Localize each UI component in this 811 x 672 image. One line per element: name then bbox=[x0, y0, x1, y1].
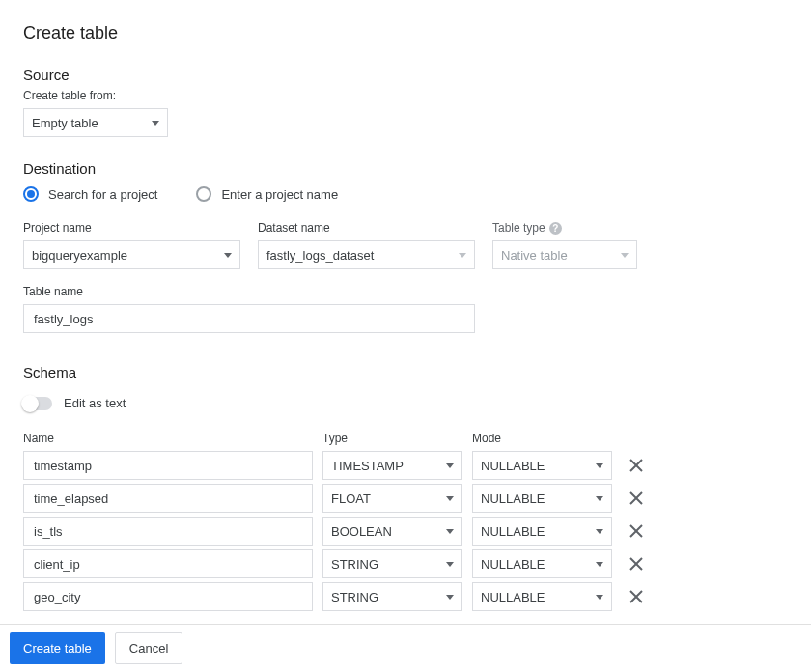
page-title: Create table bbox=[23, 23, 811, 43]
dataset-name-label: Dataset name bbox=[258, 221, 475, 235]
create-table-button[interactable]: Create table bbox=[10, 632, 105, 664]
schema-mode-dropdown[interactable]: NULLABLE bbox=[472, 582, 612, 611]
chevron-down-icon bbox=[446, 595, 454, 600]
schema-mode-value: NULLABLE bbox=[481, 557, 545, 572]
radio-selected-icon bbox=[23, 186, 39, 202]
schema-type-value: BOOLEAN bbox=[331, 524, 392, 539]
create-from-dropdown[interactable]: Empty table bbox=[23, 108, 168, 137]
table-type-label: Table type ? bbox=[492, 221, 637, 235]
radio-enter-project[interactable]: Enter a project name bbox=[196, 186, 338, 202]
schema-name-input-wrap bbox=[23, 582, 313, 611]
destination-heading: Destination bbox=[23, 160, 811, 177]
schema-name-input-wrap bbox=[23, 484, 313, 513]
chevron-down-icon bbox=[224, 253, 232, 258]
schema-type-dropdown[interactable]: STRING bbox=[322, 549, 462, 578]
schema-type-dropdown[interactable]: TIMESTAMP bbox=[322, 451, 462, 480]
chevron-down-icon bbox=[621, 253, 629, 258]
chevron-down-icon bbox=[596, 562, 603, 567]
edit-as-text-toggle[interactable] bbox=[23, 397, 52, 410]
schema-type-dropdown[interactable]: STRING bbox=[322, 582, 462, 611]
delete-row-button[interactable] bbox=[622, 588, 651, 605]
chevron-down-icon bbox=[446, 463, 454, 468]
delete-row-button[interactable] bbox=[622, 457, 651, 474]
schema-mode-dropdown[interactable]: NULLABLE bbox=[472, 451, 612, 480]
table-name-label: Table name bbox=[23, 285, 475, 298]
source-heading: Source bbox=[23, 67, 811, 83]
toggle-knob-icon bbox=[21, 395, 39, 412]
radio-search-project[interactable]: Search for a project bbox=[23, 186, 157, 202]
chevron-down-icon bbox=[446, 529, 454, 534]
edit-as-text-label: Edit as text bbox=[64, 396, 126, 410]
chevron-down-icon bbox=[459, 253, 466, 258]
schema-row: BOOLEANNULLABLE bbox=[23, 517, 811, 546]
schema-type-value: STRING bbox=[331, 557, 378, 572]
schema-mode-value: NULLABLE bbox=[481, 459, 545, 473]
close-icon bbox=[628, 555, 645, 573]
close-icon bbox=[628, 588, 645, 605]
radio-enter-label: Enter a project name bbox=[221, 187, 338, 202]
project-name-dropdown[interactable]: bigqueryexample bbox=[23, 240, 240, 269]
radio-unselected-icon bbox=[196, 186, 211, 202]
schema-name-input-wrap bbox=[23, 451, 313, 480]
close-icon bbox=[628, 522, 645, 540]
table-name-input[interactable] bbox=[32, 311, 466, 327]
schema-name-input-wrap bbox=[23, 517, 313, 546]
schema-type-dropdown[interactable]: FLOAT bbox=[322, 484, 462, 513]
close-icon bbox=[628, 457, 645, 474]
chevron-down-icon bbox=[596, 595, 603, 600]
project-name-label: Project name bbox=[23, 221, 240, 235]
schema-row: STRINGNULLABLE bbox=[23, 582, 811, 611]
chevron-down-icon bbox=[446, 562, 454, 567]
dataset-name-dropdown[interactable]: fastly_logs_dataset bbox=[258, 240, 475, 269]
schema-col-mode: Mode bbox=[472, 432, 612, 445]
delete-row-button[interactable] bbox=[622, 555, 651, 573]
schema-name-input[interactable] bbox=[32, 556, 304, 573]
chevron-down-icon bbox=[596, 496, 603, 501]
schema-row: TIMESTAMPNULLABLE bbox=[23, 451, 811, 480]
schema-type-value: FLOAT bbox=[331, 491, 371, 506]
delete-row-button[interactable] bbox=[622, 522, 651, 540]
chevron-down-icon bbox=[152, 121, 159, 126]
schema-heading: Schema bbox=[23, 364, 811, 380]
table-type-value: Native table bbox=[501, 248, 568, 263]
schema-type-value: STRING bbox=[331, 590, 378, 604]
chevron-down-icon bbox=[596, 463, 603, 468]
chevron-down-icon bbox=[596, 529, 603, 534]
schema-mode-dropdown[interactable]: NULLABLE bbox=[472, 517, 612, 546]
schema-mode-value: NULLABLE bbox=[481, 491, 545, 506]
table-type-label-text: Table type bbox=[492, 221, 545, 235]
cancel-button[interactable]: Cancel bbox=[115, 632, 182, 664]
schema-col-name: Name bbox=[23, 432, 313, 445]
schema-name-input-wrap bbox=[23, 549, 313, 578]
schema-name-input[interactable] bbox=[32, 589, 304, 605]
chevron-down-icon bbox=[446, 496, 454, 501]
schema-row: STRINGNULLABLE bbox=[23, 549, 811, 578]
help-icon[interactable]: ? bbox=[549, 222, 562, 235]
project-name-value: bigqueryexample bbox=[32, 248, 127, 263]
schema-name-input[interactable] bbox=[32, 490, 304, 507]
table-type-dropdown[interactable]: Native table bbox=[492, 240, 637, 269]
create-from-value: Empty table bbox=[32, 116, 98, 130]
schema-row: FLOATNULLABLE bbox=[23, 484, 811, 513]
schema-mode-dropdown[interactable]: NULLABLE bbox=[472, 484, 612, 513]
close-icon bbox=[628, 490, 645, 507]
schema-type-dropdown[interactable]: BOOLEAN bbox=[322, 517, 462, 546]
schema-mode-value: NULLABLE bbox=[481, 590, 545, 604]
radio-search-label: Search for a project bbox=[48, 187, 157, 202]
dataset-name-value: fastly_logs_dataset bbox=[266, 248, 374, 263]
schema-type-value: TIMESTAMP bbox=[331, 459, 404, 473]
schema-mode-dropdown[interactable]: NULLABLE bbox=[472, 549, 612, 578]
schema-name-input[interactable] bbox=[32, 458, 304, 474]
create-from-label: Create table from: bbox=[23, 89, 811, 102]
delete-row-button[interactable] bbox=[622, 490, 651, 507]
schema-col-type: Type bbox=[322, 432, 462, 445]
schema-mode-value: NULLABLE bbox=[481, 524, 545, 539]
schema-name-input[interactable] bbox=[32, 523, 304, 540]
table-name-input-wrap bbox=[23, 304, 475, 333]
